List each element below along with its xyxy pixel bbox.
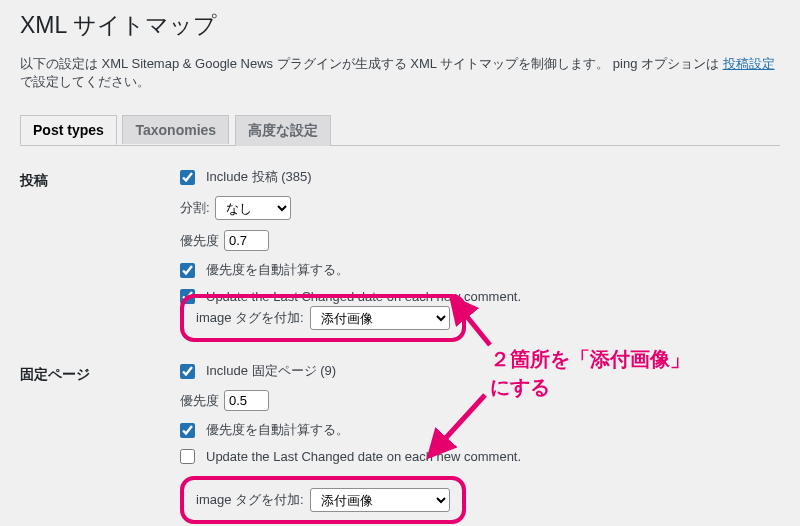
label-include-pages: Include 固定ページ (9) [206, 362, 336, 380]
label-image-tag-pages: image タグを付加: [196, 491, 304, 509]
label-priority-pages: 優先度 [180, 392, 219, 410]
checkbox-include-pages[interactable] [180, 364, 195, 379]
tab-post-types[interactable]: Post types [20, 115, 117, 145]
section-heading-posts: 投稿 [20, 158, 180, 352]
select-image-tag-posts[interactable]: 添付画像 [310, 306, 450, 330]
label-include-posts: Include 投稿 (385) [206, 168, 312, 186]
label-split: 分割: [180, 199, 210, 217]
select-image-tag-pages[interactable]: 添付画像 [310, 488, 450, 512]
description-text-1: 以下の設定は XML Sitemap & Google News プラグインが生… [20, 56, 723, 71]
highlight-image-tag-pages: image タグを付加: 添付画像 [180, 476, 466, 524]
label-update-last-pages: Update the Last Changed date on each new… [206, 449, 521, 464]
tab-bar: Post types Taxonomies 高度な設定 [20, 105, 780, 146]
input-priority-posts[interactable] [224, 230, 269, 251]
tab-advanced[interactable]: 高度な設定 [235, 115, 331, 146]
highlight-image-tag-posts: image タグを付加: 添付画像 [180, 294, 466, 342]
section-heading-pages: 固定ページ [20, 352, 180, 526]
label-auto-priority-posts: 優先度を自動計算する。 [206, 261, 349, 279]
label-auto-priority-pages: 優先度を自動計算する。 [206, 421, 349, 439]
checkbox-update-last-pages[interactable] [180, 449, 195, 464]
settings-table: 投稿 Include 投稿 (385) 分割: なし 優先度 優先度を自動計算す… [20, 158, 780, 526]
page-title: XML サイトマップ [20, 10, 780, 41]
checkbox-auto-priority-posts[interactable] [180, 263, 195, 278]
description-text-2: で設定してください。 [20, 74, 150, 89]
checkbox-include-posts[interactable] [180, 170, 195, 185]
input-priority-pages[interactable] [224, 390, 269, 411]
label-priority-posts: 優先度 [180, 232, 219, 250]
checkbox-auto-priority-pages[interactable] [180, 423, 195, 438]
link-post-settings[interactable]: 投稿設定 [723, 56, 775, 71]
page-description: 以下の設定は XML Sitemap & Google News プラグインが生… [20, 55, 780, 91]
label-image-tag-posts: image タグを付加: [196, 309, 304, 327]
tab-taxonomies[interactable]: Taxonomies [122, 115, 229, 144]
select-split[interactable]: なし [215, 196, 291, 220]
